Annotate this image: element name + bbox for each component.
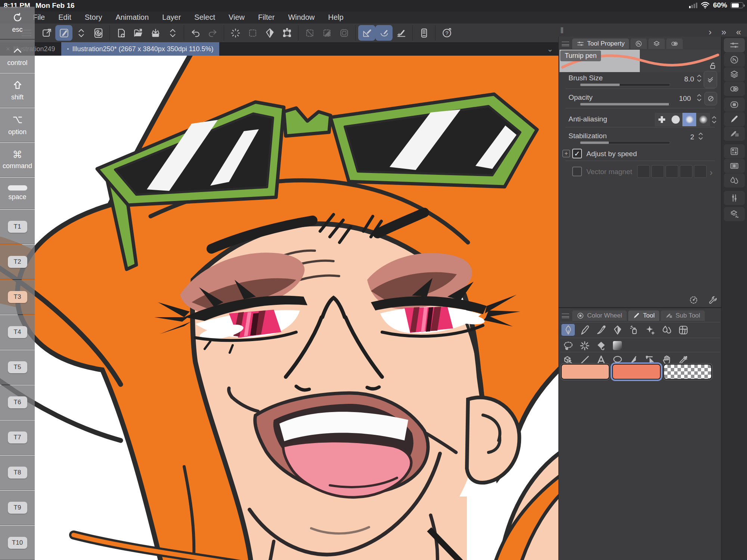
transparent-color-swatch[interactable] xyxy=(663,364,712,380)
vector-magnet-option-4[interactable] xyxy=(680,165,692,178)
panel-drag-handle[interactable]: ‖ xyxy=(560,26,564,35)
anti-aliasing-middle[interactable] xyxy=(682,113,696,126)
document-tab-active[interactable]: • Illustration250* (2667 x 3840px 350dpi… xyxy=(61,42,220,56)
sub-color-swatch[interactable] xyxy=(612,364,661,380)
stabilization-slider[interactable] xyxy=(580,141,670,144)
help-button[interactable]: ? xyxy=(438,25,455,41)
strip-tool-property-button[interactable] xyxy=(724,38,745,52)
stroke-history-icon[interactable] xyxy=(689,295,698,305)
strip-layers-button[interactable] xyxy=(724,67,745,81)
menu-edit[interactable]: Edit xyxy=(58,13,71,22)
adjust-by-speed-checkbox[interactable]: ✓ xyxy=(572,149,582,158)
edge-keyboard-button[interactable] xyxy=(415,25,433,41)
key-command[interactable]: ⌘ command xyxy=(0,143,35,177)
key-option[interactable]: option xyxy=(0,108,35,142)
stylus-mode-button[interactable] xyxy=(55,25,72,41)
key-t1[interactable]: T1 xyxy=(8,221,27,233)
tool-frame-border[interactable] xyxy=(676,324,690,336)
vector-magnet-option-3[interactable] xyxy=(666,165,678,178)
panel-menu-icon[interactable] xyxy=(562,313,569,318)
tool-auto-select[interactable] xyxy=(577,339,592,352)
strip-timeline-button[interactable] xyxy=(724,159,745,173)
canvas[interactable] xyxy=(0,56,558,560)
tool-pen[interactable] xyxy=(561,324,575,336)
opacity-stepper[interactable] xyxy=(696,92,702,103)
toolbar-expand-button[interactable] xyxy=(72,25,90,41)
panel-menu-icon[interactable] xyxy=(562,41,569,46)
strip-blend-button[interactable] xyxy=(724,173,745,188)
vector-magnet-option-5[interactable] xyxy=(694,165,707,178)
vector-magnet-chevron[interactable]: › xyxy=(710,167,713,178)
menu-window[interactable]: Window xyxy=(288,13,314,22)
opacity-value[interactable]: 100 xyxy=(679,95,691,103)
collapse-chevrons-left[interactable]: « xyxy=(736,27,741,37)
tool-blend[interactable] xyxy=(660,324,674,336)
opacity-slider[interactable] xyxy=(580,103,670,106)
strip-sub-tool-button[interactable] xyxy=(724,127,745,141)
eraser-button[interactable] xyxy=(261,25,278,41)
menu-help[interactable]: Help xyxy=(328,13,344,22)
menu-select[interactable]: Select xyxy=(194,13,215,22)
key-control[interactable]: control xyxy=(0,40,35,73)
anti-aliasing-stepper[interactable] xyxy=(711,114,717,125)
key-t3[interactable]: T3 xyxy=(8,291,27,303)
deselect-button[interactable] xyxy=(301,25,318,41)
transform-button[interactable] xyxy=(278,25,295,41)
key-t2[interactable]: T2 xyxy=(8,256,27,268)
new-canvas-button[interactable] xyxy=(112,25,130,41)
marquee-select-button[interactable] xyxy=(244,25,261,41)
save-button[interactable] xyxy=(147,25,164,41)
anti-aliasing-none[interactable] xyxy=(655,113,669,126)
snap-to-special-ruler-button[interactable] xyxy=(375,25,393,41)
vector-magnet-option-2[interactable] xyxy=(651,165,664,178)
brush-size-value[interactable]: 8.0 xyxy=(684,75,694,83)
tool-airbrush[interactable] xyxy=(627,324,641,336)
strip-auto-action-button[interactable] xyxy=(724,82,745,96)
open-file-button[interactable] xyxy=(130,25,147,41)
strip-adjust-button[interactable] xyxy=(724,191,745,205)
share-button[interactable] xyxy=(38,25,55,41)
menu-animation[interactable]: Animation xyxy=(115,13,149,22)
tool-brush[interactable] xyxy=(594,324,608,336)
anti-aliasing-weak[interactable] xyxy=(669,113,682,126)
snap-to-ruler-button[interactable] xyxy=(358,25,375,41)
selection-border-button[interactable] xyxy=(335,25,353,41)
stabilization-value[interactable]: 2 xyxy=(690,133,694,141)
tab-list-chevron-icon[interactable]: ⌄ xyxy=(547,44,553,53)
tab-tool[interactable]: Tool xyxy=(628,310,659,321)
key-t7[interactable]: T7 xyxy=(8,431,27,443)
vector-magnet-option-1[interactable] xyxy=(637,165,650,178)
menu-filter[interactable]: Filter xyxy=(258,13,275,22)
expand-plus-icon[interactable]: + xyxy=(562,150,570,157)
collapse-chevron[interactable]: › xyxy=(709,27,712,37)
tab-sub-tool[interactable]: Sub Tool xyxy=(661,310,705,321)
stabilization-stepper[interactable] xyxy=(698,130,704,142)
tool-fill[interactable] xyxy=(594,339,608,352)
lock-open-icon[interactable] xyxy=(709,62,717,70)
tab-layers[interactable] xyxy=(648,38,665,49)
save-expand-button[interactable] xyxy=(164,25,181,41)
snap-to-grid-button[interactable] xyxy=(393,25,410,41)
key-t8[interactable]: T8 xyxy=(8,467,27,479)
strip-layer-property-button[interactable] xyxy=(724,207,745,221)
menu-layer[interactable]: Layer xyxy=(162,13,181,22)
tab-quick-access[interactable] xyxy=(630,38,647,49)
strip-swatches-button[interactable] xyxy=(724,144,745,158)
main-color-swatch[interactable] xyxy=(561,364,610,380)
strip-quick-access-button[interactable] xyxy=(724,53,745,67)
anti-aliasing-strong[interactable] xyxy=(696,113,710,126)
collapse-chevrons-right[interactable]: » xyxy=(721,27,726,37)
tool-gradient[interactable] xyxy=(610,339,624,352)
key-shift[interactable]: shift xyxy=(0,73,35,108)
undo-button[interactable] xyxy=(187,25,204,41)
menu-story[interactable]: Story xyxy=(85,13,102,22)
key-t10[interactable]: T10 xyxy=(8,537,27,549)
key-t9[interactable]: T9 xyxy=(8,502,27,514)
clip-studio-logo-button[interactable] xyxy=(90,25,107,41)
invert-selection-button[interactable] xyxy=(318,25,335,41)
strip-tool-button[interactable] xyxy=(724,112,745,126)
opacity-dynamics-button[interactable] xyxy=(704,92,717,105)
key-esc[interactable]: esc xyxy=(0,7,35,39)
tool-decoration[interactable] xyxy=(643,324,657,336)
tool-eraser[interactable] xyxy=(610,324,624,336)
